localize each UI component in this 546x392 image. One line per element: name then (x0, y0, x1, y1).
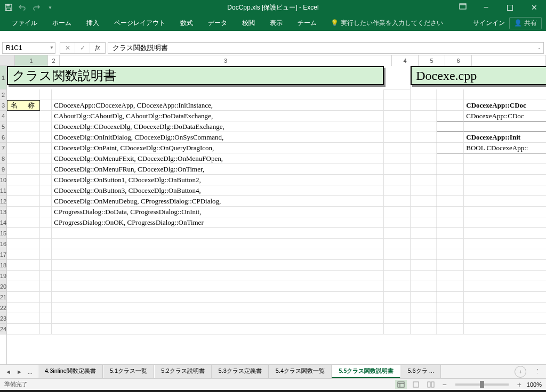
cell[interactable] (384, 260, 411, 271)
cell[interactable] (52, 303, 384, 313)
cell[interactable] (464, 89, 546, 100)
cell[interactable] (437, 185, 464, 196)
cell[interactable] (40, 324, 52, 334)
cell[interactable] (7, 249, 40, 260)
cell[interactable] (384, 89, 411, 100)
cell[interactable] (437, 207, 464, 217)
cell[interactable] (40, 143, 52, 153)
cell[interactable] (52, 249, 384, 260)
cell[interactable] (7, 239, 40, 249)
view-pagelayout-button[interactable] (410, 380, 422, 389)
cell[interactable] (437, 271, 464, 281)
tab-file[interactable]: ファイル (4, 15, 45, 31)
cell[interactable] (7, 175, 40, 185)
cell[interactable] (464, 164, 546, 175)
cell[interactable] (411, 217, 437, 228)
cell[interactable] (437, 89, 464, 100)
cell[interactable] (40, 249, 52, 260)
cell[interactable] (411, 324, 437, 334)
row-header-20[interactable]: 20 (0, 281, 6, 292)
row-header-7[interactable]: 7 (0, 143, 6, 153)
cell[interactable] (464, 271, 546, 281)
cell[interactable] (411, 175, 437, 185)
tab-review[interactable]: 校閲 (235, 15, 262, 31)
cell[interactable] (437, 249, 464, 260)
cell[interactable]: CDocexeApp::CDoc (464, 111, 546, 121)
cell[interactable] (7, 313, 40, 324)
cell[interactable] (40, 239, 52, 249)
cell[interactable] (52, 260, 384, 271)
cell[interactable] (52, 271, 384, 281)
row-header-5[interactable]: 5 (0, 121, 6, 132)
cell[interactable] (7, 121, 40, 132)
cell[interactable] (384, 153, 411, 164)
col-header-5[interactable]: 5 (419, 55, 445, 66)
cell[interactable] (437, 175, 464, 185)
cell[interactable] (7, 196, 40, 207)
cell[interactable] (384, 132, 411, 143)
ribbon-display-options[interactable] (456, 0, 470, 13)
cell[interactable] (384, 111, 411, 121)
zoom-slider-thumb[interactable] (480, 381, 484, 388)
cell[interactable] (437, 143, 464, 153)
cell[interactable] (437, 196, 464, 207)
cell[interactable] (464, 239, 546, 249)
cell[interactable] (40, 292, 52, 303)
cell[interactable] (52, 281, 384, 292)
cell[interactable]: CDocexeDlg::OnMenuFExit, CDocexeDlg::OnM… (52, 153, 384, 164)
cell[interactable]: CDocexeDlg::OnInitDialog, CDocexeDlg::On… (52, 132, 384, 143)
cell[interactable] (52, 89, 384, 100)
zoom-slider[interactable] (455, 383, 509, 386)
cell[interactable] (7, 217, 40, 228)
cell[interactable]: CDocexeDlg::OnPaint, CDocexeDlg::OnQuery… (52, 143, 384, 153)
cell[interactable] (384, 313, 411, 324)
row-header-17[interactable]: 17 (0, 249, 6, 260)
add-sheet-button[interactable]: + (515, 366, 526, 378)
cell[interactable] (7, 228, 40, 239)
cell[interactable] (7, 143, 40, 153)
tab-insert[interactable]: 挿入 (79, 15, 107, 31)
cell[interactable]: CProgressDialog::DoData, CProgressDialog… (52, 207, 384, 217)
cell[interactable] (40, 228, 52, 239)
cell[interactable] (464, 175, 546, 185)
sheet-tab-6[interactable]: 5.6クラ ... (400, 365, 441, 378)
sheet-tab-4[interactable]: 5.4クラス関数一覧 (269, 365, 332, 378)
cell[interactable] (40, 164, 52, 175)
cell[interactable] (411, 132, 437, 143)
cell[interactable] (464, 313, 546, 324)
cell[interactable] (40, 153, 52, 164)
cell[interactable] (52, 292, 384, 303)
tab-formulas[interactable]: 数式 (173, 15, 200, 31)
row-header-21[interactable]: 21 (0, 292, 6, 303)
cell[interactable] (437, 313, 464, 324)
col-header-1[interactable]: 1 (15, 55, 48, 66)
cell[interactable] (437, 292, 464, 303)
row-header-24[interactable]: 24 (0, 324, 6, 334)
row-header-11[interactable]: 11 (0, 185, 6, 196)
cell[interactable] (437, 132, 464, 143)
zoom-out-button[interactable]: − (440, 380, 448, 389)
title-cell-left[interactable]: クラス関数説明書 (7, 66, 384, 85)
cell[interactable] (437, 260, 464, 271)
cell[interactable] (7, 164, 40, 175)
cell[interactable] (411, 121, 437, 132)
cell[interactable] (411, 207, 437, 217)
row-header-3[interactable]: 3 (0, 100, 6, 111)
cell[interactable] (40, 271, 52, 281)
cell[interactable] (437, 281, 464, 292)
tab-home[interactable]: ホーム (45, 15, 79, 31)
tell-me-search[interactable]: 💡 実行したい作業を入力してください (331, 19, 443, 28)
cell[interactable]: CDocexeApp::CDoc (464, 100, 546, 111)
row-header-6[interactable]: 6 (0, 132, 6, 143)
cell[interactable]: CDocexeApp::CDocexeApp, CDocexeApp::Init… (52, 100, 384, 111)
row-header-4[interactable]: 4 (0, 111, 6, 121)
cell[interactable] (52, 313, 384, 324)
cell[interactable]: CDocexeDlg::OnMenuDebug, CProgressDialog… (52, 196, 384, 207)
cell[interactable]: CProgressDialog::OnOK, CProgressDialog::… (52, 217, 384, 228)
cell[interactable] (40, 207, 52, 217)
cell[interactable] (437, 303, 464, 313)
cell[interactable] (384, 185, 411, 196)
cell[interactable] (437, 153, 464, 164)
cell[interactable] (411, 292, 437, 303)
cell[interactable] (437, 228, 464, 239)
